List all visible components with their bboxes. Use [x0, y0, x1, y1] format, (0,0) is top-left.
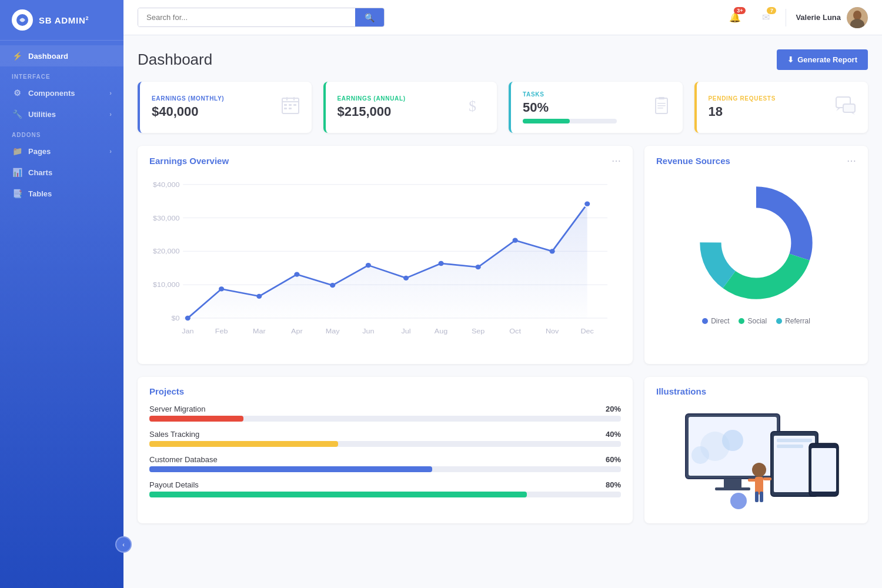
svg-point-38 — [439, 261, 444, 266]
revenue-chart-title: Revenue Sources — [656, 156, 730, 166]
svg-text:Dec: Dec — [581, 327, 594, 335]
sidebar-item-utilities[interactable]: 🔧 Utilities › — [0, 103, 123, 125]
legend-label-referral: Referral — [785, 317, 810, 325]
download-icon: ⬇ — [787, 55, 794, 64]
notifications-button[interactable]: 🔔 3+ — [724, 7, 746, 28]
legend-label-social: Social — [747, 317, 767, 325]
svg-rect-20 — [843, 104, 855, 112]
svg-rect-12 — [289, 108, 292, 109]
svg-rect-5 — [282, 101, 299, 102]
svg-rect-18 — [657, 108, 663, 109]
project-pct: 60% — [606, 455, 621, 464]
card-value: 50% — [523, 100, 652, 115]
project-progress-fill — [149, 441, 338, 447]
svg-text:$0: $0 — [172, 315, 180, 322]
sidebar: SB ADMIN2 ⚡ Dashboard INTERFACE ⚙ Compon… — [0, 0, 123, 588]
svg-text:Feb: Feb — [215, 327, 228, 335]
earnings-chart-title: Earnings Overview — [149, 156, 229, 166]
charts-row: Earnings Overview ⋯ $0 $10,000 $2 — [138, 146, 868, 364]
project-pct: 20% — [606, 405, 621, 413]
search-bar: 🔍 — [138, 8, 385, 27]
illustrations-card: Illustrations — [644, 377, 868, 523]
donut-chart-area: Direct Social Referral — [656, 172, 856, 325]
sidebar-brand[interactable]: SB ADMIN2 — [0, 0, 123, 41]
card-tasks: TASKS 50% — [509, 82, 683, 133]
user-menu[interactable]: Valerie Luna — [796, 7, 868, 28]
svg-point-64 — [722, 430, 743, 451]
chart-menu-icon[interactable]: ⋯ — [847, 155, 856, 166]
svg-point-78 — [730, 493, 747, 509]
svg-point-31 — [185, 316, 191, 320]
svg-rect-75 — [760, 492, 763, 502]
bottom-row: Projects Server Migration 20% Sales Trac… — [138, 377, 868, 523]
comments-icon — [835, 95, 856, 120]
illustration-svg — [668, 402, 844, 514]
components-icon: ⚙ — [12, 88, 22, 98]
project-item-server-migration: Server Migration 20% — [149, 405, 621, 422]
sidebar-item-tables[interactable]: 📑 Tables — [0, 183, 123, 204]
chart-menu-icon[interactable]: ⋯ — [612, 155, 621, 166]
sidebar-section-interface: INTERFACE — [0, 66, 123, 82]
clipboard-icon — [652, 96, 671, 119]
legend-referral: Referral — [776, 317, 810, 325]
card-value: $40,000 — [152, 104, 224, 119]
card-earnings-monthly: EARNINGS (MONTHLY) $40,000 — [138, 82, 312, 133]
project-name: Server Migration — [149, 405, 205, 413]
card-label: PENDING REQUESTS — [709, 95, 776, 102]
svg-text:Jan: Jan — [182, 327, 193, 335]
legend-dot-direct — [702, 318, 708, 324]
svg-point-40 — [513, 238, 518, 243]
card-label: TASKS — [523, 91, 652, 98]
sidebar-item-label: Charts — [28, 168, 52, 177]
page-title: Dashboard — [138, 51, 212, 69]
sidebar-section-addons: ADDONS — [0, 125, 123, 141]
sidebar-item-dashboard[interactable]: ⚡ Dashboard — [0, 45, 123, 66]
svg-text:Mar: Mar — [253, 327, 266, 335]
svg-point-65 — [691, 446, 709, 464]
svg-rect-8 — [284, 104, 287, 106]
sidebar-item-label: Pages — [28, 147, 51, 156]
search-button[interactable]: 🔍 — [355, 8, 384, 26]
project-progress-bar — [149, 492, 621, 497]
svg-point-36 — [366, 263, 371, 268]
project-progress-bar — [149, 416, 621, 422]
sidebar-item-charts[interactable]: 📊 Charts — [0, 162, 123, 183]
sidebar-collapse-button[interactable]: ‹ — [115, 536, 132, 553]
search-input[interactable] — [138, 8, 355, 26]
illustration-area — [656, 402, 856, 514]
project-pct: 40% — [606, 430, 621, 439]
chevron-right-icon: › — [109, 89, 112, 96]
page-content: Dashboard ⬇ Generate Report EARNINGS (MO… — [123, 35, 882, 588]
illustrations-title: Illustrations — [656, 386, 856, 396]
svg-rect-7 — [293, 97, 295, 101]
svg-rect-69 — [777, 445, 803, 448]
content-header: Dashboard ⬇ Generate Report — [138, 49, 868, 70]
topbar: 🔍 🔔 3+ ✉ 7 Valerie Luna — [123, 0, 882, 35]
sidebar-item-components[interactable]: ⚙ Components › — [0, 82, 123, 103]
svg-text:Aug: Aug — [435, 327, 447, 335]
svg-rect-17 — [657, 105, 666, 106]
project-item-payout-details: Payout Details 80% — [149, 480, 621, 497]
tables-icon: 📑 — [12, 189, 22, 198]
svg-rect-6 — [286, 97, 288, 101]
messages-button[interactable]: ✉ 7 — [755, 7, 776, 28]
utilities-icon: 🔧 — [12, 109, 22, 119]
sidebar-item-label: Components — [28, 89, 75, 98]
svg-rect-15 — [659, 97, 664, 99]
svg-point-42 — [584, 201, 590, 207]
card-label: EARNINGS (ANNUAL) — [338, 95, 406, 102]
svg-text:$: $ — [469, 98, 476, 115]
svg-text:$30,000: $30,000 — [153, 214, 180, 222]
messages-badge: 7 — [767, 7, 776, 14]
svg-text:Sep: Sep — [472, 327, 485, 335]
project-name: Customer Database — [149, 455, 218, 464]
sidebar-item-pages[interactable]: 📁 Pages › — [0, 141, 123, 162]
project-progress-fill — [149, 416, 243, 422]
svg-point-33 — [256, 294, 262, 299]
svg-rect-10 — [293, 104, 296, 106]
sidebar-nav: ⚡ Dashboard INTERFACE ⚙ Components › 🔧 U… — [0, 41, 123, 588]
revenue-sources-card: Revenue Sources ⋯ — [644, 146, 868, 364]
generate-report-button[interactable]: ⬇ Generate Report — [777, 49, 868, 70]
legend-direct: Direct — [702, 317, 729, 325]
avatar — [847, 7, 868, 28]
